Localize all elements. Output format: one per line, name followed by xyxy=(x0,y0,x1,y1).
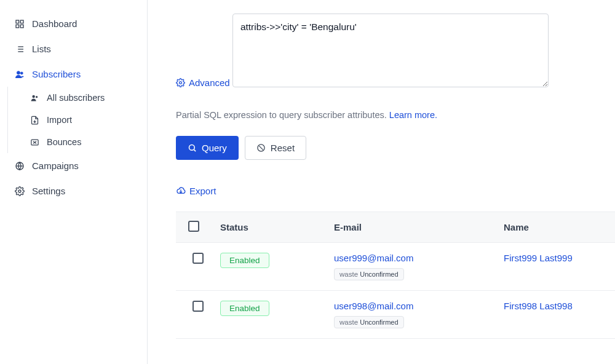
reset-button-label: Reset xyxy=(271,143,295,153)
svg-point-19 xyxy=(18,190,21,192)
nav-import[interactable]: Import xyxy=(8,109,147,131)
list-chip[interactable]: waste Unconfirmed xyxy=(334,268,404,280)
advanced-toggle[interactable]: Advanced xyxy=(176,77,230,88)
cloud-download-icon xyxy=(176,186,186,196)
row-checkbox[interactable] xyxy=(192,253,204,264)
svg-line-22 xyxy=(194,149,196,151)
nav-subscribers-label: Subscribers xyxy=(32,69,81,79)
chip-substatus: Unconfirmed xyxy=(360,271,398,278)
chip-substatus: Unconfirmed xyxy=(360,318,398,326)
nav-bounces[interactable]: Bounces xyxy=(8,131,147,153)
email-link[interactable]: user999@mail.com xyxy=(334,253,413,263)
subscribers-subnav: All subscribers Import Bounces xyxy=(7,87,147,153)
name-link[interactable]: First999 Last999 xyxy=(504,253,573,263)
nav-subscribers[interactable]: Subscribers xyxy=(0,61,147,87)
subscribers-table: Status E-mail Name Enabled user999@mail.… xyxy=(176,212,615,339)
query-button[interactable]: Query xyxy=(176,136,239,160)
export-link[interactable]: Export xyxy=(176,186,216,196)
svg-rect-0 xyxy=(16,20,19,23)
th-email[interactable]: E-mail xyxy=(328,212,498,242)
svg-point-10 xyxy=(17,71,20,74)
svg-line-24 xyxy=(259,146,263,149)
subscribers-icon xyxy=(15,69,25,79)
svg-point-11 xyxy=(20,72,23,74)
nav-all-subscribers[interactable]: All subscribers xyxy=(8,87,147,109)
campaigns-icon xyxy=(15,161,25,171)
table-row: Enabled user998@mail.com waste Unconfirm… xyxy=(176,290,615,338)
row-checkbox[interactable] xyxy=(192,301,204,312)
svg-point-20 xyxy=(180,82,182,84)
svg-rect-1 xyxy=(20,20,23,23)
reset-button[interactable]: Reset xyxy=(245,136,306,160)
settings-icon xyxy=(15,186,25,196)
table-row: Enabled user999@mail.com waste Unconfirm… xyxy=(176,242,615,290)
svg-rect-2 xyxy=(20,25,23,28)
th-status[interactable]: Status xyxy=(214,212,328,242)
sidebar: Dashboard Lists Subscribers All subscrib… xyxy=(0,0,148,364)
nav-campaigns[interactable]: Campaigns xyxy=(0,153,147,178)
hint-text: Partial SQL expression to query subscrib… xyxy=(176,110,389,120)
reset-icon xyxy=(256,143,266,152)
nav-dashboard[interactable]: Dashboard xyxy=(0,11,147,36)
svg-point-13 xyxy=(36,96,38,98)
gear-icon xyxy=(176,78,185,87)
import-icon xyxy=(30,116,39,125)
nav-campaigns-label: Campaigns xyxy=(32,160,79,171)
nav-bounces-label: Bounces xyxy=(47,137,81,147)
query-input[interactable] xyxy=(232,14,549,87)
main-content: Advanced Partial SQL expression to query… xyxy=(148,0,615,364)
dashboard-icon xyxy=(15,19,25,29)
select-all-checkbox[interactable] xyxy=(188,221,199,232)
nav-import-label: Import xyxy=(47,115,72,125)
email-link[interactable]: user998@mail.com xyxy=(334,301,413,311)
nav-all-subscribers-label: All subscribers xyxy=(47,93,105,103)
export-label: Export xyxy=(189,186,216,196)
chip-tag: waste xyxy=(339,318,358,326)
users-icon xyxy=(30,93,39,103)
name-link[interactable]: First998 Last998 xyxy=(504,301,573,311)
query-button-label: Query xyxy=(202,143,227,153)
lists-icon xyxy=(15,44,25,54)
status-badge: Enabled xyxy=(220,253,269,268)
list-chip[interactable]: waste Unconfirmed xyxy=(334,316,404,328)
nav-lists-label: Lists xyxy=(32,44,51,54)
nav-dashboard-label: Dashboard xyxy=(32,18,77,29)
svg-point-12 xyxy=(32,95,34,97)
status-badge: Enabled xyxy=(220,301,269,316)
search-icon xyxy=(188,143,197,152)
query-hint: Partial SQL expression to query subscrib… xyxy=(176,110,615,120)
nav-settings[interactable]: Settings xyxy=(0,178,147,204)
svg-point-21 xyxy=(189,145,195,151)
svg-rect-3 xyxy=(16,25,19,28)
bounces-icon xyxy=(30,138,39,147)
chip-tag: waste xyxy=(339,271,358,278)
nav-settings-label: Settings xyxy=(32,186,65,196)
query-actions: Query Reset xyxy=(176,136,615,160)
nav-lists[interactable]: Lists xyxy=(0,36,147,61)
learn-more-link[interactable]: Learn more. xyxy=(389,110,437,120)
th-name[interactable]: Name xyxy=(498,212,615,242)
advanced-label: Advanced xyxy=(189,77,230,88)
